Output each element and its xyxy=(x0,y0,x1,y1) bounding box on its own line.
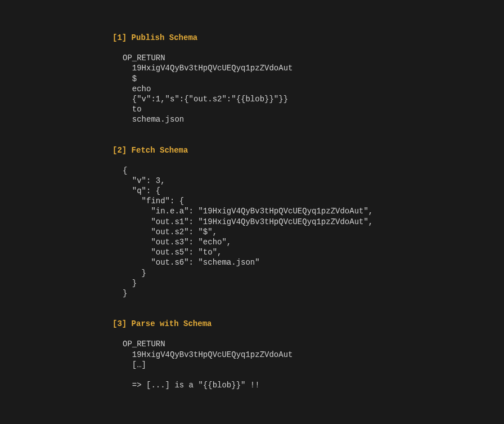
section-1: [1] Publish Schema OP_RETURN 19HxigV4QyB… xyxy=(112,33,504,125)
section-2-heading: [2] Fetch Schema xyxy=(112,145,504,155)
section-1-code: OP_RETURN 19HxigV4QyBv3tHpQVcUEQyq1pzZVd… xyxy=(112,53,504,124)
section-3-code: OP_RETURN 19HxigV4QyBv3tHpQVcUEQyq1pzZVd… xyxy=(112,339,504,390)
section-3: [3] Parse with Schema OP_RETURN 19HxigV4… xyxy=(112,319,504,390)
section-3-heading: [3] Parse with Schema xyxy=(112,319,504,329)
section-2: [2] Fetch Schema { "v": 3, "q": { "find"… xyxy=(112,145,504,299)
section-2-code: { "v": 3, "q": { "find": { "in.e.a": "19… xyxy=(112,166,504,298)
section-1-heading: [1] Publish Schema xyxy=(112,33,504,43)
